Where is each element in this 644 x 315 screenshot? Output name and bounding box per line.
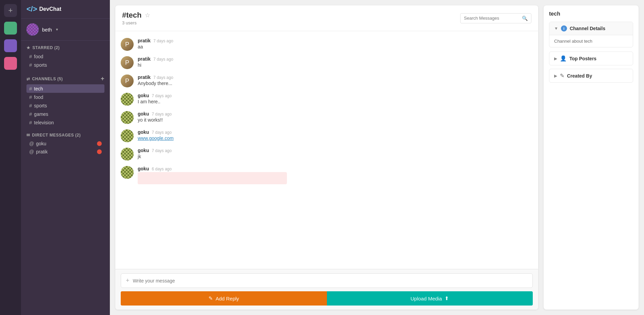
chat-messages: P pratik 7 days ago aa P [115, 31, 538, 269]
dm-label: DIRECT MESSAGES (2) [32, 133, 81, 138]
starred-label: STARRED (2) [33, 45, 60, 50]
message-author: pratik [138, 75, 151, 80]
hash-icon: # [29, 62, 32, 68]
toggle-icon: ▶ [554, 74, 557, 78]
action-buttons: ✎ Add Reply Upload Media ⬆ [121, 291, 533, 306]
sidebar-item-label: games [34, 111, 48, 117]
app-name: DevChat [39, 6, 61, 12]
hash-icon: # [29, 54, 32, 59]
sidebar-item-food-starred[interactable]: # food [26, 52, 104, 61]
search-input[interactable] [464, 16, 520, 21]
logo-brackets-icon: </> [26, 5, 37, 14]
user-profile[interactable]: beth ▾ [21, 19, 110, 41]
message-content: pratik 7 days ago hi [138, 56, 533, 69]
plus-icon: + [8, 6, 13, 15]
hash-icon: # [29, 103, 32, 108]
sidebar-item-food[interactable]: # food [26, 93, 104, 101]
channel-title: #tech [122, 11, 141, 20]
dropdown-icon[interactable]: ▾ [56, 27, 58, 32]
message-text: jk [138, 154, 533, 159]
message-text: Anybody there... [138, 81, 533, 86]
channel-users-count: 3 users [122, 20, 150, 25]
right-panel: tech ▼ i Channel Details Channel about t… [544, 5, 639, 310]
upload-label: Upload Media [410, 296, 442, 301]
app-icon-purple[interactable] [4, 39, 17, 52]
sidebar-item-games[interactable]: # games [26, 110, 104, 118]
message-row: goku 7 days ago jk [121, 145, 533, 163]
message-text: hi [138, 62, 533, 68]
reply-label: Add Reply [216, 296, 239, 301]
dm-username: goku [36, 141, 46, 146]
dm-section: ✉ DIRECT MESSAGES (2) @ goku @ pratik [21, 128, 110, 157]
upload-media-button[interactable]: Upload Media ⬆ [327, 291, 533, 306]
message-author: goku [138, 93, 149, 98]
message-link[interactable]: www.google.com [138, 135, 174, 141]
starred-section: ★ STARRED (2) # food # sports [21, 41, 110, 70]
reply-icon: ✎ [209, 295, 213, 301]
content-area: #tech ☆ 3 users 🔍 P [110, 0, 644, 315]
add-attachment-button[interactable]: + [126, 277, 130, 284]
dm-item-pratik[interactable]: @ pratik [26, 148, 104, 156]
at-icon: @ [29, 149, 34, 154]
message-author: goku [138, 111, 149, 117]
message-content: pratik 7 days ago Anybody there... [138, 75, 533, 87]
created-by-row[interactable]: ▶ ✎ Created By [549, 69, 633, 83]
top-posters-label: Top Posters [569, 56, 597, 61]
dm-item-goku[interactable]: @ goku [26, 140, 104, 148]
add-channel-button[interactable]: + [101, 75, 104, 82]
message-content: goku 7 days ago yo it works!! [138, 111, 533, 124]
users-icon: 👤 [560, 55, 567, 62]
sidebar-item-tech[interactable]: # tech [26, 84, 104, 93]
toggle-icon: ▶ [554, 56, 557, 61]
message-author: goku [138, 129, 149, 135]
star-icon[interactable]: ☆ [145, 12, 150, 19]
app-icon-pink[interactable] [4, 57, 17, 70]
sidebar-item-label: television [34, 120, 54, 125]
message-row: goku 7 days ago www.google.com [121, 127, 533, 145]
sidebar-item-sports-starred[interactable]: # sports [26, 61, 104, 69]
avatar [121, 148, 134, 161]
message-row: P pratik 7 days ago Anybody there... [121, 72, 533, 90]
message-time: 7 days ago [153, 75, 173, 80]
message-text: yo it works!! [138, 117, 533, 123]
channels-header: ⇄ CHANNELS (5) + [26, 75, 104, 82]
add-workspace-button[interactable]: + [4, 4, 17, 17]
message-content: goku 7 days ago www.google.com [138, 129, 533, 142]
message-row: goku 6 days ago [121, 163, 533, 187]
message-input-row: + [121, 273, 533, 288]
sidebar-item-label: sports [34, 103, 47, 108]
avatar: P [121, 56, 134, 69]
dm-header: ✉ DIRECT MESSAGES (2) [26, 133, 104, 138]
message-time: 6 days ago [152, 167, 172, 171]
message-time: 7 days ago [152, 93, 172, 98]
avatar [121, 93, 134, 106]
add-reply-button[interactable]: ✎ Add Reply [121, 291, 327, 306]
message-time: 7 days ago [152, 112, 172, 117]
sidebar-item-sports[interactable]: # sports [26, 101, 104, 110]
search-box[interactable]: 🔍 [460, 13, 531, 23]
hash-icon: # [29, 86, 32, 91]
hash-icon: # [29, 120, 32, 125]
sidebar-item-television[interactable]: # television [26, 118, 104, 127]
message-content: goku 7 days ago I am here.. [138, 93, 533, 106]
message-time: 7 days ago [152, 148, 172, 153]
channel-details-section: ▼ i Channel Details Channel about tech [549, 22, 633, 47]
content-main: #tech ☆ 3 users 🔍 P [110, 0, 644, 315]
app-icon-green[interactable] [4, 22, 17, 35]
top-posters-row[interactable]: ▶ 👤 Top Posters [549, 51, 633, 65]
message-row: P pratik 7 days ago aa [121, 35, 533, 54]
message-content: goku 6 days ago [138, 166, 533, 184]
avatar [121, 166, 134, 179]
message-text: I am here.. [138, 99, 533, 104]
avatar [121, 111, 134, 124]
details-body: Channel about tech [549, 35, 633, 47]
message-input[interactable] [133, 278, 528, 284]
details-label: Channel Details [570, 26, 605, 31]
channel-details-header[interactable]: ▼ i Channel Details [549, 22, 633, 35]
channels-section: ⇄ CHANNELS (5) + # tech # food # sports … [21, 70, 110, 128]
info-icon: i [561, 25, 567, 31]
message-content: goku 7 days ago jk [138, 148, 533, 161]
unread-badge [97, 141, 102, 146]
message-author: goku [138, 148, 149, 153]
at-icon: @ [29, 141, 34, 146]
